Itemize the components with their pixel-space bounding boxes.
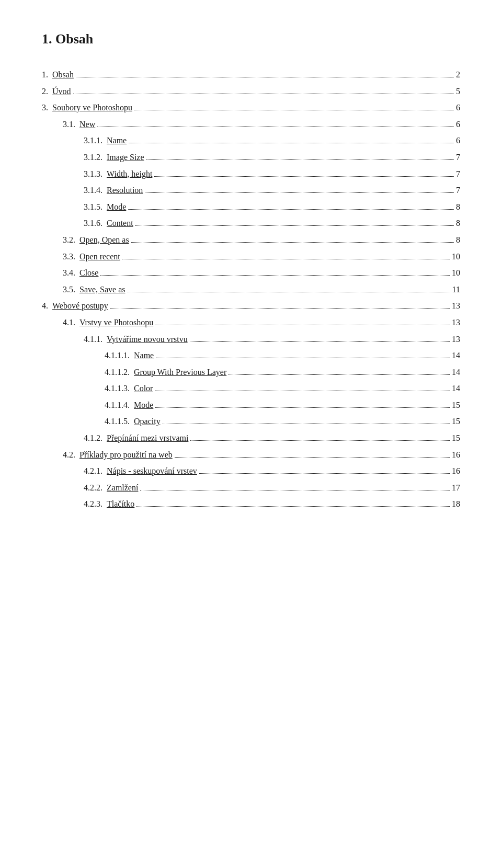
toc-entry: 3.1.4.Resolution7 bbox=[42, 184, 460, 197]
toc-page-number: 17 bbox=[452, 481, 460, 495]
toc-dots bbox=[122, 259, 450, 259]
toc-dots bbox=[140, 490, 450, 490]
toc-link[interactable]: Width, height bbox=[107, 167, 152, 181]
toc-dots bbox=[100, 275, 450, 276]
toc-page-number: 7 bbox=[456, 167, 460, 181]
toc-section-num: 3.3. bbox=[63, 250, 75, 264]
toc-page-number: 15 bbox=[452, 431, 460, 445]
toc-section-num: 4.1.1.2. bbox=[105, 366, 130, 379]
toc-entry: 3.1.New6 bbox=[42, 118, 460, 131]
toc-entry: 3.1.2.Image Size7 bbox=[42, 151, 460, 164]
toc-dots bbox=[155, 407, 450, 408]
toc-page-number: 7 bbox=[456, 184, 460, 197]
toc-page-number: 10 bbox=[452, 250, 460, 264]
toc-section-num: 4.2.1. bbox=[84, 464, 102, 478]
toc-section-num: 1. bbox=[42, 68, 48, 82]
toc-page-number: 13 bbox=[452, 316, 460, 329]
toc-section-num: 3.1.2. bbox=[84, 151, 102, 164]
toc-page-number: 18 bbox=[452, 497, 460, 511]
toc-section-num: 4.1.2. bbox=[84, 431, 102, 445]
toc-page-number: 5 bbox=[456, 85, 460, 98]
toc-page-number: 8 bbox=[456, 200, 460, 214]
toc-dots bbox=[155, 325, 450, 325]
table-of-contents: 1.Obsah22.Úvod53.Soubory ve Photoshopu63… bbox=[42, 68, 460, 511]
toc-section-num: 4.1.1.1. bbox=[105, 349, 130, 362]
toc-link[interactable]: Open, Open as bbox=[79, 233, 129, 247]
toc-section-num: 3.4. bbox=[63, 266, 75, 280]
toc-dots bbox=[190, 341, 450, 342]
toc-link[interactable]: Group With Previous Layer bbox=[134, 366, 226, 379]
toc-page-number: 8 bbox=[456, 216, 460, 230]
toc-page-number: 14 bbox=[452, 382, 460, 395]
toc-link[interactable]: Soubory ve Photoshopu bbox=[52, 101, 132, 115]
toc-link[interactable]: Name bbox=[107, 134, 127, 147]
toc-dots bbox=[229, 374, 450, 375]
toc-dots bbox=[76, 77, 454, 77]
toc-section-num: 4.1. bbox=[63, 316, 75, 329]
toc-link[interactable]: Name bbox=[134, 349, 154, 362]
toc-entry: 3.Soubory ve Photoshopu6 bbox=[42, 101, 460, 115]
toc-page-number: 6 bbox=[456, 134, 460, 147]
toc-section-num: 3.2. bbox=[63, 233, 75, 247]
toc-entry: 4.1.1.4.Mode15 bbox=[42, 398, 460, 412]
toc-entry: 4.1.2.Přepínání mezi vrstvami15 bbox=[42, 431, 460, 445]
toc-section-num: 4.2.2. bbox=[84, 481, 102, 495]
toc-entry: 3.1.3.Width, height7 bbox=[42, 167, 460, 181]
toc-dots bbox=[163, 424, 450, 424]
toc-link[interactable]: Nápis - seskupování vrstev bbox=[107, 464, 197, 478]
toc-section-num: 2. bbox=[42, 85, 48, 98]
toc-link[interactable]: Vrstvy ve Photoshopu bbox=[79, 316, 153, 329]
page-title: 1. Obsah bbox=[42, 31, 460, 47]
toc-link[interactable]: New bbox=[79, 118, 95, 131]
toc-link[interactable]: Save, Save as bbox=[79, 283, 126, 296]
toc-page-number: 11 bbox=[452, 283, 460, 296]
toc-dots bbox=[135, 225, 454, 226]
toc-link[interactable]: Přepínání mezi vrstvami bbox=[107, 431, 188, 445]
toc-section-num: 4.1.1.4. bbox=[105, 398, 130, 412]
toc-link[interactable]: Image Size bbox=[107, 151, 144, 164]
toc-section-num: 4. bbox=[42, 299, 48, 313]
toc-entry: 4.2.3.Tlačítko18 bbox=[42, 497, 460, 511]
toc-link[interactable]: Příklady pro použití na web bbox=[79, 448, 173, 462]
toc-entry: 4.1.1.1.Name14 bbox=[42, 349, 460, 362]
toc-dots bbox=[128, 292, 450, 292]
toc-entry: 4.2.Příklady pro použití na web16 bbox=[42, 448, 460, 462]
toc-link[interactable]: Content bbox=[107, 216, 133, 230]
toc-link[interactable]: Obsah bbox=[52, 68, 74, 82]
toc-link[interactable]: Tlačítko bbox=[107, 497, 134, 511]
toc-page-number: 15 bbox=[452, 398, 460, 412]
toc-link[interactable]: Mode bbox=[107, 200, 126, 214]
toc-section-num: 4.1.1. bbox=[84, 333, 102, 346]
toc-page-number: 7 bbox=[456, 151, 460, 164]
toc-link[interactable]: Mode bbox=[134, 398, 153, 412]
toc-link[interactable]: Webové postupy bbox=[52, 299, 108, 313]
toc-link[interactable]: Vytváříme novou vrstvu bbox=[107, 333, 188, 346]
toc-entry: 4.1.1.3.Color14 bbox=[42, 382, 460, 395]
toc-page-number: 2 bbox=[456, 68, 460, 82]
toc-entry: 3.5.Save, Save as11 bbox=[42, 283, 460, 296]
toc-dots bbox=[136, 506, 450, 507]
toc-entry: 3.4.Close10 bbox=[42, 266, 460, 280]
toc-entry: 3.1.6.Content8 bbox=[42, 216, 460, 230]
toc-section-num: 3. bbox=[42, 101, 48, 115]
toc-link[interactable]: Úvod bbox=[52, 85, 71, 98]
toc-entry: 4.2.1.Nápis - seskupování vrstev16 bbox=[42, 464, 460, 478]
toc-page-number: 13 bbox=[452, 299, 460, 313]
toc-dots bbox=[146, 159, 454, 160]
toc-dots bbox=[110, 308, 450, 309]
toc-section-num: 3.1.1. bbox=[84, 134, 102, 147]
toc-page-number: 14 bbox=[452, 349, 460, 362]
toc-link[interactable]: Open recent bbox=[79, 250, 120, 264]
toc-dots bbox=[155, 391, 450, 391]
toc-link[interactable]: Resolution bbox=[107, 184, 143, 197]
toc-dots bbox=[145, 192, 454, 193]
toc-entry: 1.Obsah2 bbox=[42, 68, 460, 82]
toc-section-num: 4.2. bbox=[63, 448, 75, 462]
toc-section-num: 3.1. bbox=[63, 118, 75, 131]
toc-entry: 3.1.5.Mode8 bbox=[42, 200, 460, 214]
toc-link[interactable]: Zamlžení bbox=[107, 481, 138, 495]
toc-link[interactable]: Opacity bbox=[134, 415, 161, 428]
toc-link[interactable]: Close bbox=[79, 266, 98, 280]
toc-page-number: 16 bbox=[452, 448, 460, 462]
toc-link[interactable]: Color bbox=[134, 382, 153, 395]
